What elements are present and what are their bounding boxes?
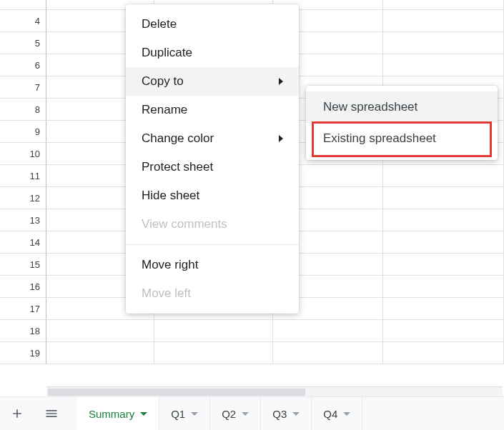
- cell[interactable]: [383, 0, 504, 9]
- row-header[interactable]: 8: [0, 99, 46, 121]
- chevron-down-icon[interactable]: [292, 412, 300, 416]
- cell[interactable]: [46, 320, 154, 341]
- submenu-item-new-spreadsheet[interactable]: New spreadsheet: [306, 91, 498, 123]
- horizontal-scrollbar[interactable]: [46, 386, 503, 396]
- menu-item-label: Hide sheet: [142, 189, 199, 203]
- cell[interactable]: [383, 209, 504, 231]
- row-header[interactable]: 9: [0, 121, 46, 143]
- cell[interactable]: [383, 254, 504, 275]
- menu-item-label: Change color: [142, 131, 214, 146]
- row-header[interactable]: 16: [0, 276, 46, 298]
- row-header[interactable]: [0, 0, 46, 10]
- menu-icon: [44, 406, 59, 421]
- sheet-tab-q2[interactable]: Q2: [210, 397, 261, 430]
- plus-icon: [10, 406, 24, 421]
- cell[interactable]: [383, 187, 504, 209]
- menu-item-label: Duplicate: [142, 46, 192, 60]
- menu-item-copy-to[interactable]: Copy to: [126, 67, 299, 96]
- menu-item-move-left: Move left: [126, 279, 299, 308]
- menu-item-label: Move left: [142, 286, 191, 301]
- cell[interactable]: [383, 165, 504, 186]
- sheet-tab-summary[interactable]: Summary: [77, 397, 159, 430]
- sheet-tab-q3[interactable]: Q3: [261, 397, 312, 430]
- cell[interactable]: [383, 320, 504, 341]
- menu-item-delete[interactable]: Delete: [126, 10, 299, 39]
- sheet-context-menu: Delete Duplicate Copy to Rename Change c…: [126, 4, 299, 314]
- sheet-tab-bar: Summary Q1 Q2 Q3 Q4: [0, 396, 504, 430]
- cell[interactable]: [154, 320, 273, 341]
- menu-item-label: Delete: [142, 17, 177, 31]
- cell[interactable]: [273, 342, 383, 364]
- row-header[interactable]: 5: [0, 32, 46, 54]
- row-header[interactable]: 10: [0, 143, 46, 165]
- row-header[interactable]: 12: [0, 187, 46, 209]
- cell[interactable]: [273, 320, 383, 341]
- menu-item-protect-sheet[interactable]: Protect sheet: [126, 153, 299, 181]
- chevron-down-icon[interactable]: [140, 412, 147, 416]
- submenu-item-label: New spreadsheet: [323, 100, 417, 114]
- sheet-tab-label: Q1: [171, 408, 185, 420]
- cell[interactable]: [383, 10, 504, 31]
- all-sheets-button[interactable]: [34, 397, 69, 430]
- menu-item-rename[interactable]: Rename: [126, 96, 299, 124]
- chevron-down-icon[interactable]: [242, 412, 249, 416]
- row-headers: 4 5 6 7 8 9 10 11 12 13 14 15 16 17 18 1…: [0, 0, 46, 364]
- row-header[interactable]: 19: [0, 342, 46, 364]
- submenu-item-label: Existing spreadsheet: [323, 131, 436, 146]
- menu-item-move-right[interactable]: Move right: [126, 251, 299, 279]
- sheet-tab-label: Q3: [272, 408, 287, 420]
- cell[interactable]: [46, 342, 154, 364]
- row-header[interactable]: 15: [0, 254, 46, 276]
- cell[interactable]: [383, 231, 504, 253]
- sheet-tab-q4[interactable]: Q4: [312, 397, 362, 430]
- sheet-tab-label: Q2: [222, 408, 236, 420]
- chevron-down-icon[interactable]: [191, 412, 198, 416]
- cell[interactable]: [383, 342, 504, 364]
- row-header[interactable]: 7: [0, 76, 46, 99]
- copy-to-submenu: New spreadsheet Existing spreadsheet: [306, 86, 498, 160]
- menu-item-view-comments: View comments: [126, 210, 299, 239]
- cell[interactable]: [383, 276, 504, 297]
- row-header[interactable]: 6: [0, 54, 46, 76]
- add-sheet-button[interactable]: [0, 397, 34, 430]
- menu-item-hide-sheet[interactable]: Hide sheet: [126, 181, 299, 210]
- menu-item-label: Rename: [142, 103, 187, 117]
- menu-item-label: Copy to: [142, 74, 184, 89]
- cell[interactable]: [383, 54, 504, 76]
- sheet-tab-label: Q4: [323, 408, 337, 420]
- submenu-item-existing-spreadsheet[interactable]: Existing spreadsheet: [306, 123, 498, 154]
- menu-item-duplicate[interactable]: Duplicate: [126, 39, 299, 67]
- row-header[interactable]: 13: [0, 209, 46, 231]
- scrollbar-thumb[interactable]: [48, 389, 305, 396]
- sheet-tab-label: Summary: [89, 408, 134, 420]
- menu-item-change-color[interactable]: Change color: [126, 124, 299, 153]
- menu-item-label: Protect sheet: [142, 160, 213, 174]
- row-header[interactable]: 4: [0, 10, 46, 32]
- menu-item-label: Move right: [142, 258, 198, 272]
- row-header[interactable]: 11: [0, 165, 46, 187]
- row-header[interactable]: 14: [0, 231, 46, 254]
- cell[interactable]: [154, 342, 273, 364]
- cell[interactable]: [383, 298, 504, 319]
- sheet-tab-q1[interactable]: Q1: [159, 397, 210, 430]
- menu-separator: [126, 244, 299, 245]
- cell[interactable]: [383, 32, 504, 54]
- row-header[interactable]: 18: [0, 320, 46, 342]
- menu-item-label: View comments: [142, 217, 227, 231]
- row-header[interactable]: 17: [0, 298, 46, 320]
- chevron-down-icon[interactable]: [343, 412, 350, 416]
- sheet-tabs: Summary Q1 Q2 Q3 Q4: [77, 397, 362, 430]
